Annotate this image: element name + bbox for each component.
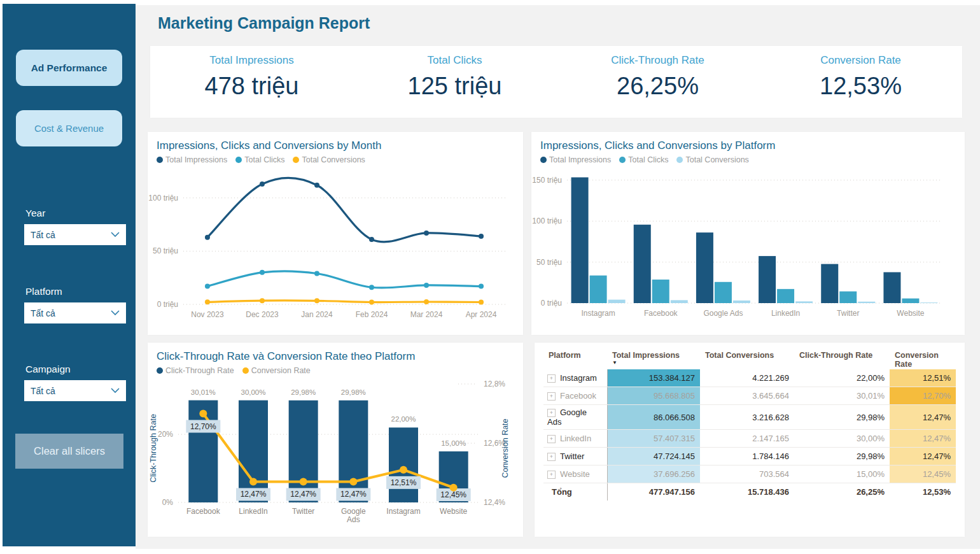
bar-twitter[interactable]	[839, 292, 857, 303]
bar-twitter[interactable]	[858, 302, 875, 303]
data-point[interactable]	[314, 271, 319, 276]
data-point[interactable]	[479, 284, 484, 289]
data-point[interactable]	[260, 298, 265, 303]
ctr-bar-instagram[interactable]	[389, 427, 418, 502]
legend-item-conversion-rate[interactable]: Conversion Rate	[242, 366, 311, 375]
ctr-bar-google-ads[interactable]	[339, 401, 368, 502]
expand-icon[interactable]: +	[547, 374, 556, 383]
conversions-cell: 1.784.146	[700, 448, 794, 465]
column-header-platform[interactable]: Platform	[543, 349, 607, 369]
combo-chart-ctr-cr[interactable]: 0%20%12,4%12,6%12,8%FacebookLinkedInTwit…	[148, 375, 513, 530]
table-row-google-ads[interactable]: +Google Ads86.066.5083.216.62829,98%12,4…	[543, 405, 956, 430]
svg-text:Apr 2024: Apr 2024	[466, 310, 497, 319]
legend-item-total-clicks[interactable]: Total Clicks	[619, 155, 668, 164]
expand-icon[interactable]: +	[547, 471, 556, 479]
total-value-cell: 15.718.436	[700, 483, 794, 501]
kpi-card-total-clicks: Total Clicks125 triệu	[353, 46, 556, 118]
bar-chart-by-platform[interactable]: 0 triệu50 triệu100 triệu150 triệuInstagr…	[531, 164, 947, 321]
report-page: Ad Performance Cost & Revenue YearTất cả…	[0, 0, 980, 554]
data-point[interactable]	[479, 234, 484, 239]
column-header-total-conversions[interactable]: Total Conversions	[700, 349, 794, 369]
bar-facebook[interactable]	[634, 225, 651, 303]
bar-facebook[interactable]	[671, 300, 688, 303]
data-point[interactable]	[369, 299, 374, 304]
bar-instagram[interactable]	[608, 300, 626, 303]
ctr-bar-twitter[interactable]	[289, 401, 318, 502]
bar-google-ads[interactable]	[696, 232, 713, 303]
svg-text:0 triệu: 0 triệu	[541, 299, 562, 308]
kpi-value: 125 triệu	[353, 73, 556, 100]
data-point[interactable]	[369, 237, 374, 242]
legend-label: Conversion Rate	[251, 366, 311, 375]
ctr-cell: 30,01%	[794, 387, 890, 405]
svg-text:Website: Website	[440, 507, 467, 516]
data-point[interactable]	[199, 410, 207, 418]
legend-dot-icon	[235, 157, 242, 163]
slicer-dropdown-platform[interactable]: Tất cả	[24, 302, 126, 323]
legend-label: Total Impressions	[165, 155, 227, 164]
legend-item-total-conversions[interactable]: Total Conversions	[676, 155, 748, 164]
data-point[interactable]	[424, 299, 429, 304]
svg-text:GoogleAds: GoogleAds	[341, 507, 366, 524]
kpi-value: 478 triệu	[150, 73, 353, 100]
data-point[interactable]	[349, 478, 357, 485]
ctr-bar-linkedin[interactable]	[239, 401, 268, 502]
svg-text:12,70%: 12,70%	[190, 422, 216, 431]
data-point[interactable]	[205, 235, 210, 240]
data-point[interactable]	[424, 283, 429, 288]
clear-all-slicers-button[interactable]: Clear all slicers	[15, 434, 123, 469]
line-chart-by-month[interactable]: 0 triệu50 triệu100 triệuNov 2023Dec 2023…	[148, 164, 513, 323]
table-row-facebook[interactable]: +Facebook95.668.8053.645.66430,01%12,70%	[543, 387, 956, 405]
data-point[interactable]	[424, 231, 429, 236]
bar-google-ads[interactable]	[733, 301, 750, 303]
legend-item-total-impressions[interactable]: Total Impressions	[540, 155, 611, 164]
bar-instagram[interactable]	[571, 177, 589, 303]
data-point[interactable]	[205, 284, 210, 289]
expand-icon[interactable]: +	[547, 453, 556, 461]
data-point[interactable]	[205, 299, 210, 304]
legend-label: Click-Through Rate	[165, 366, 234, 375]
data-point[interactable]	[300, 478, 307, 485]
bar-google-ads[interactable]	[715, 282, 732, 303]
data-point[interactable]	[260, 181, 265, 187]
kpi-label: Total Impressions	[150, 54, 353, 67]
legend-item-total-clicks[interactable]: Total Clicks	[235, 155, 284, 164]
bar-linkedin[interactable]	[777, 289, 794, 303]
nav-cost-revenue-button[interactable]: Cost & Revenue	[16, 110, 122, 146]
bar-instagram[interactable]	[590, 276, 607, 303]
expand-icon[interactable]: +	[547, 392, 556, 401]
data-point[interactable]	[479, 299, 484, 304]
data-point[interactable]	[450, 484, 458, 492]
slicer-dropdown-year[interactable]: Tất cả	[24, 224, 126, 245]
data-point[interactable]	[249, 478, 257, 485]
expand-icon[interactable]: +	[547, 435, 556, 443]
bar-linkedin[interactable]	[759, 256, 776, 303]
data-point[interactable]	[314, 183, 319, 188]
legend-item-click-through-rate[interactable]: Click-Through Rate	[157, 366, 234, 375]
table-row-twitter[interactable]: +Twitter47.724.1451.784.14629,98%12,47%	[543, 448, 956, 465]
column-header-conversion-rate[interactable]: Conversion Rate	[890, 349, 956, 369]
bar-website[interactable]	[920, 302, 937, 303]
bar-twitter[interactable]	[821, 264, 838, 303]
bar-website[interactable]	[902, 299, 919, 303]
expand-icon[interactable]: +	[547, 409, 556, 417]
table-row-website[interactable]: +Website37.696.256703.56415,00%12,45%	[543, 465, 956, 483]
bar-linkedin[interactable]	[795, 301, 813, 303]
data-point[interactable]	[314, 298, 319, 303]
column-header-total-impressions[interactable]: Total Impressions▼	[607, 349, 700, 369]
platform-cell: +Twitter	[543, 448, 607, 465]
slicer-dropdown-campaign[interactable]: Tất cả	[24, 380, 126, 401]
table-row-instagram[interactable]: +Instagram153.384.1274.221.26922,00%12,5…	[543, 369, 956, 387]
table-row-linkedin[interactable]: +LinkedIn57.407.3152.147.16530,00%12,47%	[543, 430, 956, 448]
data-point[interactable]	[260, 270, 265, 275]
bar-facebook[interactable]	[652, 280, 669, 303]
column-header-click-through-rate[interactable]: Click-Through Rate	[794, 349, 890, 369]
data-point[interactable]	[400, 466, 407, 474]
panel-ctr-cr: Click-Through Rate và Conversion Rate th…	[148, 343, 523, 537]
chart-title-ctr-cr: Click-Through Rate và Conversion Rate th…	[157, 350, 523, 363]
nav-ad-performance-button[interactable]: Ad Performance	[16, 50, 122, 86]
legend-item-total-conversions[interactable]: Total Conversions	[293, 155, 365, 164]
legend-item-total-impressions[interactable]: Total Impressions	[157, 155, 227, 164]
data-point[interactable]	[369, 285, 374, 290]
bar-website[interactable]	[883, 272, 900, 303]
